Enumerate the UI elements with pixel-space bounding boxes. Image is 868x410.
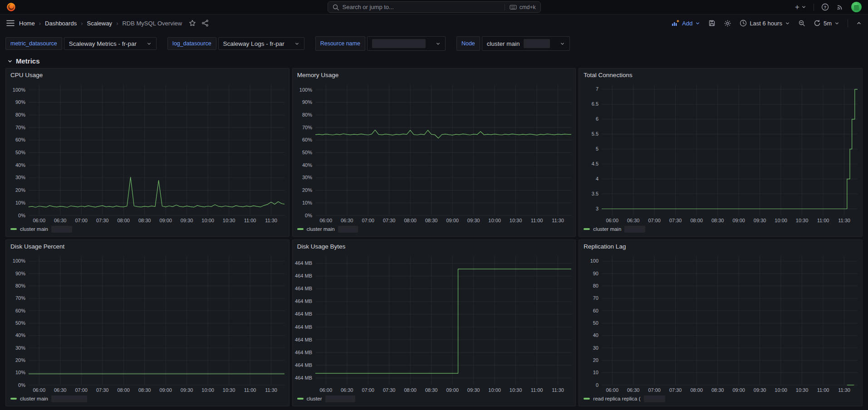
legend-redacted bbox=[624, 226, 645, 233]
variable-value-metric-datasource[interactable]: Scaleway Metrics - fr-par bbox=[64, 37, 157, 50]
svg-text:09:00: 09:00 bbox=[733, 387, 745, 393]
svg-text:90: 90 bbox=[593, 271, 598, 276]
chart-total-connections[interactable]: 33.544.555.566.5706:0006:3007:0007:3008:… bbox=[581, 81, 860, 225]
svg-text:07:00: 07:00 bbox=[362, 387, 374, 393]
svg-text:06:30: 06:30 bbox=[627, 387, 640, 393]
svg-text:50: 50 bbox=[593, 320, 598, 326]
svg-text:06:30: 06:30 bbox=[341, 218, 353, 223]
legend-series-label[interactable]: cluster main bbox=[593, 226, 621, 232]
zoom-out-time-button[interactable] bbox=[798, 20, 805, 27]
svg-text:80: 80 bbox=[593, 283, 598, 288]
svg-text:464 MB: 464 MB bbox=[295, 311, 312, 317]
svg-text:464 MB: 464 MB bbox=[295, 273, 312, 278]
legend-series-label[interactable]: cluster bbox=[307, 396, 322, 401]
chevron-down-icon bbox=[785, 21, 790, 26]
svg-text:11:00: 11:00 bbox=[244, 218, 256, 223]
chart-memory-usage[interactable]: 0%10%20%30%40%50%60%70%80%90%100%06:0006… bbox=[294, 81, 574, 225]
legend-redacted bbox=[325, 395, 355, 402]
svg-text:11:30: 11:30 bbox=[265, 218, 277, 223]
legend-series-label[interactable]: cluster main bbox=[20, 396, 48, 401]
save-dashboard-button[interactable] bbox=[708, 20, 716, 27]
svg-text:20: 20 bbox=[593, 357, 598, 363]
user-avatar[interactable] bbox=[851, 2, 862, 12]
chart-disk-usage-bytes[interactable]: 464 MB464 MB464 MB464 MB464 MB464 MB464 … bbox=[294, 253, 574, 394]
metrics-row-toggle[interactable]: Metrics bbox=[7, 57, 868, 65]
dashboard-actions bbox=[189, 20, 209, 27]
add-panel-label: Add bbox=[682, 20, 692, 27]
svg-text:70%: 70% bbox=[15, 125, 25, 130]
svg-text:06:30: 06:30 bbox=[54, 387, 67, 393]
chevron-down-icon bbox=[695, 21, 700, 26]
svg-text:08:30: 08:30 bbox=[711, 387, 724, 393]
variable-value-node[interactable]: cluster main bbox=[482, 36, 570, 51]
chevron-up-icon bbox=[856, 20, 862, 26]
legend-series-label[interactable]: cluster main bbox=[307, 226, 335, 232]
variable-value-log-datasource[interactable]: Scaleway Logs - fr-par bbox=[218, 37, 304, 50]
chart-replication-lag[interactable]: 010203040506070809010006:0006:3007:0007:… bbox=[581, 253, 860, 394]
svg-text:07:30: 07:30 bbox=[96, 218, 109, 223]
grafana-logo[interactable] bbox=[6, 2, 16, 12]
legend-series-label[interactable]: read replica replica ( bbox=[593, 396, 640, 401]
star-dashboard-button[interactable] bbox=[189, 20, 196, 27]
panel-title-cpu-usage[interactable]: CPU Usage bbox=[6, 68, 289, 81]
svg-text:10:30: 10:30 bbox=[223, 218, 235, 223]
svg-text:07:30: 07:30 bbox=[669, 387, 682, 393]
breadcrumb: Home › Dashboards › Scaleway › RDB MySQL… bbox=[19, 20, 209, 27]
svg-text:4: 4 bbox=[596, 176, 598, 181]
search-shortcut-label: cmd+k bbox=[520, 4, 536, 10]
panel-title-disk-usage-percent[interactable]: Disk Usage Percent bbox=[6, 240, 289, 253]
time-range-picker[interactable]: Last 6 hours bbox=[740, 20, 790, 27]
svg-text:10:00: 10:00 bbox=[488, 387, 501, 393]
svg-text:08:30: 08:30 bbox=[138, 387, 151, 393]
breadcrumb-dashboards[interactable]: Dashboards bbox=[45, 20, 77, 27]
breadcrumb-scaleway[interactable]: Scaleway bbox=[87, 20, 112, 27]
svg-text:11:30: 11:30 bbox=[839, 218, 851, 223]
chart-cpu-usage[interactable]: 0%10%20%30%40%50%60%70%80%90%100%06:0006… bbox=[8, 81, 287, 225]
grafana-logo-icon bbox=[6, 2, 16, 12]
refresh-picker[interactable]: 5m bbox=[814, 20, 839, 27]
svg-text:100: 100 bbox=[590, 258, 598, 264]
svg-text:08:30: 08:30 bbox=[138, 218, 151, 223]
panel-title-replication-lag[interactable]: Replication Lag bbox=[579, 240, 862, 253]
svg-text:464 MB: 464 MB bbox=[295, 298, 312, 304]
panel-cpu-usage: CPU Usage0%10%20%30%40%50%60%70%80%90%10… bbox=[5, 68, 289, 237]
header-divider bbox=[814, 4, 814, 11]
svg-text:464 MB: 464 MB bbox=[295, 362, 312, 368]
svg-text:10:30: 10:30 bbox=[223, 387, 235, 393]
mega-menu-button[interactable] bbox=[6, 20, 15, 26]
panel-replication-lag: Replication Lag010203040506070809010006:… bbox=[579, 239, 863, 406]
toolbar-divider bbox=[848, 19, 848, 27]
kiosk-mode-button[interactable] bbox=[856, 20, 862, 26]
svg-text:11:30: 11:30 bbox=[839, 387, 851, 393]
panel-title-memory-usage[interactable]: Memory Usage bbox=[293, 68, 576, 81]
chart-svg-disk-usage-bytes: 464 MB464 MB464 MB464 MB464 MB464 MB464 … bbox=[294, 253, 574, 394]
legend-series-label[interactable]: cluster main bbox=[20, 226, 48, 232]
panel-title-disk-usage-bytes[interactable]: Disk Usage Bytes bbox=[293, 240, 576, 253]
svg-text:09:30: 09:30 bbox=[467, 218, 480, 223]
svg-text:20%: 20% bbox=[302, 187, 312, 193]
news-button[interactable] bbox=[836, 3, 844, 11]
svg-text:90%: 90% bbox=[15, 99, 25, 105]
dashboard-settings-button[interactable] bbox=[724, 20, 731, 27]
new-button[interactable]: + bbox=[795, 3, 806, 11]
svg-text:50%: 50% bbox=[15, 150, 25, 155]
panel-title-total-connections[interactable]: Total Connections bbox=[579, 68, 862, 81]
svg-text:464 MB: 464 MB bbox=[295, 350, 312, 355]
variable-value-resource-name[interactable] bbox=[367, 36, 446, 51]
chart-disk-usage-percent[interactable]: 0%10%20%30%40%50%60%70%80%90%100%06:0006… bbox=[8, 253, 287, 394]
refresh-interval-label: 5m bbox=[824, 20, 832, 27]
news-icon bbox=[836, 3, 844, 11]
clock-icon bbox=[740, 20, 747, 27]
svg-text:07:00: 07:00 bbox=[75, 387, 88, 393]
star-icon bbox=[189, 20, 196, 27]
help-button[interactable]: ? bbox=[821, 3, 829, 11]
svg-text:60%: 60% bbox=[15, 137, 25, 142]
breadcrumb-home[interactable]: Home bbox=[19, 20, 35, 27]
legend-memory-usage: cluster main bbox=[293, 225, 576, 236]
add-panel-button[interactable]: Add bbox=[672, 20, 700, 27]
search-input[interactable]: Search or jump to... cmd+k bbox=[328, 1, 541, 13]
svg-text:09:00: 09:00 bbox=[159, 387, 172, 393]
share-dashboard-button[interactable] bbox=[201, 20, 209, 27]
svg-text:07:30: 07:30 bbox=[383, 387, 396, 393]
legend-swatch bbox=[584, 398, 590, 400]
